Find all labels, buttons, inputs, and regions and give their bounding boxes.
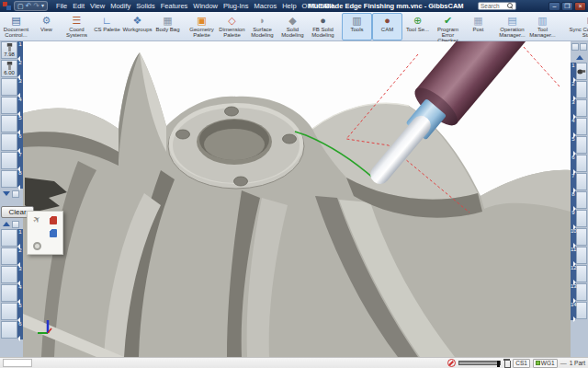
tool-slot[interactable]: 4 xyxy=(0,97,23,115)
status-bar: CS1 WG1 — 1 Part xyxy=(0,357,588,368)
toolbar-button[interactable]: ⚙View xyxy=(31,13,62,40)
app-icon[interactable] xyxy=(3,2,11,10)
undo-icon[interactable]: ↶ xyxy=(26,2,32,10)
menu-item[interactable]: Features xyxy=(158,2,191,10)
toolbar-button[interactable]: ✔Program Error Checker xyxy=(433,13,463,40)
toolbar-button-label: Operation Manager... xyxy=(498,27,526,38)
toolbar-button[interactable]: ◗Surface Modeling xyxy=(247,13,277,40)
toolbar-button[interactable]: ▥Tool Manager... xyxy=(527,13,558,40)
window-title: MultiBlade Edge Finishing mm.vnc - Gibbs… xyxy=(303,2,469,10)
redo-icon[interactable]: ↷ xyxy=(33,2,40,10)
toolbar-button[interactable]: ▦Post xyxy=(463,13,493,40)
impeller-scene xyxy=(23,41,571,357)
toolbar-button-label: Geometry Palette xyxy=(187,27,216,38)
flythrough-icon[interactable]: ✈ xyxy=(31,214,43,226)
toolbar-button[interactable]: ▤Document Control... xyxy=(1,13,31,40)
toolbar-button[interactable]: ▤Operation Manager... xyxy=(497,13,527,40)
simulation-slider[interactable] xyxy=(458,361,501,365)
trash-icon[interactable] xyxy=(503,359,510,367)
operation-slot[interactable]: 12 xyxy=(571,265,588,283)
toolbar-button-icon: ▦ xyxy=(163,15,172,26)
operation-slot[interactable]: 6 xyxy=(571,155,588,173)
operation-slot[interactable]: 5 xyxy=(571,136,588,155)
op-panel-button-2[interactable] xyxy=(580,43,587,51)
scroll-up-icon[interactable] xyxy=(3,222,10,226)
op-panel-button-1[interactable] xyxy=(571,43,579,51)
operation-slot[interactable]: 10 xyxy=(571,228,588,247)
dial-icon[interactable] xyxy=(33,242,41,250)
toolbar-button-icon: ❖ xyxy=(133,15,142,26)
new-document-icon[interactable]: ▢ xyxy=(17,2,24,10)
operation-slot-number: 3 xyxy=(571,99,576,118)
marker-slot-number: 5 xyxy=(17,303,23,321)
menu-item[interactable]: Window xyxy=(190,2,220,10)
red-workbook-icon[interactable] xyxy=(50,216,57,224)
tool-slot[interactable]: 7 xyxy=(0,152,23,170)
operation-slot[interactable]: 8 xyxy=(571,191,588,210)
tool-slot[interactable]: 6.00 2 xyxy=(0,60,23,78)
toolbar-button[interactable]: ∟CS Palette xyxy=(92,13,122,40)
menu-item[interactable]: Help xyxy=(279,2,299,10)
toolbar-button[interactable]: ❖Workgroups xyxy=(122,13,153,40)
tool-list-expand-button[interactable] xyxy=(12,190,19,198)
operation-slot[interactable]: 9 xyxy=(571,210,588,228)
toolbar-button[interactable]: ▥Tools xyxy=(342,13,372,40)
cs-indicator[interactable]: CS1 xyxy=(513,359,530,368)
marker-slot[interactable]: 4 xyxy=(0,284,23,303)
operation-slot[interactable]: 7 xyxy=(571,173,588,191)
menu-item[interactable]: Plug-Ins xyxy=(220,2,252,10)
toolbar-button[interactable]: ●FB Solid Modeling xyxy=(308,13,338,40)
tool-slot[interactable]: 5 xyxy=(0,115,23,133)
stop-icon[interactable] xyxy=(447,359,456,367)
operation-slot-number: 1 xyxy=(571,63,576,81)
search-input[interactable]: Search xyxy=(478,2,516,10)
toolbar-button[interactable]: ☰Coord Systems xyxy=(62,13,92,40)
toolbar-button[interactable]: ◆Solid Modeling xyxy=(277,13,308,40)
operation-slot[interactable]: 11 xyxy=(571,247,588,265)
marker-slot[interactable]: 5 xyxy=(0,303,23,321)
scroll-down-icon[interactable] xyxy=(3,191,10,196)
toolbar-button[interactable]: ▣Geometry Palette xyxy=(187,13,217,40)
qat-more-icon[interactable]: ▾ xyxy=(41,2,44,10)
toolbar-button-icon: ▥ xyxy=(537,15,547,26)
viewport[interactable]: ✈ xyxy=(23,41,571,357)
marker-list: 1 2 3 4 5 6 xyxy=(0,229,23,339)
operation-slot[interactable]: 13 xyxy=(571,283,588,302)
tool-slot[interactable]: 7.98 1 xyxy=(0,41,23,60)
part-count-label: 1 Part xyxy=(570,360,585,366)
menu-item[interactable]: Edit xyxy=(70,2,87,10)
tool-slot[interactable]: 3 xyxy=(0,78,23,97)
toolbar-button-label: Post xyxy=(472,27,483,32)
toolbar-button[interactable]: ▦Body Bag xyxy=(153,13,183,40)
operation-slot[interactable]: 4 xyxy=(571,118,588,136)
op-list-expand-button[interactable] xyxy=(12,221,19,228)
menu-item[interactable]: Modify xyxy=(107,2,133,10)
menu-item[interactable]: Macros xyxy=(252,2,280,10)
scroll-up-icon[interactable] xyxy=(576,55,583,60)
level-mini-palette: ✈ xyxy=(27,211,63,255)
operation-slot[interactable]: 3 xyxy=(571,99,588,118)
marker-slot[interactable]: 1 xyxy=(0,229,23,247)
operation-slot[interactable]: 2 xyxy=(571,81,588,99)
toolbar-button[interactable]: ●CAM xyxy=(372,13,402,40)
menu-item[interactable]: File xyxy=(53,2,70,10)
slider-thumb[interactable] xyxy=(497,361,500,367)
toolbar-button[interactable]: ⊕Tool Se... xyxy=(402,13,433,40)
toolbar-button[interactable]: ◇Dimension Palette xyxy=(217,13,247,40)
marker-slot[interactable]: 6 xyxy=(0,321,23,339)
toolbar-button-label: Dimension Palette xyxy=(218,27,246,38)
close-button[interactable]: × xyxy=(574,2,586,11)
blue-workbook-icon[interactable] xyxy=(50,229,57,237)
minimize-button[interactable]: – xyxy=(548,2,560,11)
marker-slot[interactable]: 3 xyxy=(0,266,23,284)
menu-item[interactable]: View xyxy=(87,2,107,10)
tool-slot[interactable]: 6 xyxy=(0,133,23,152)
toolbar-button[interactable]: ⊞Sync Control Part Station xyxy=(561,13,588,40)
operation-slot[interactable]: 14 xyxy=(571,302,588,320)
tool-slot[interactable]: 8 xyxy=(0,170,23,189)
marker-slot[interactable]: 2 xyxy=(0,247,23,266)
operation-slot[interactable]: 1 xyxy=(571,63,588,81)
wg-indicator[interactable]: WG1 xyxy=(533,359,558,368)
maximize-button[interactable]: ❐ xyxy=(561,2,573,11)
menu-item[interactable]: Solids xyxy=(133,2,157,10)
